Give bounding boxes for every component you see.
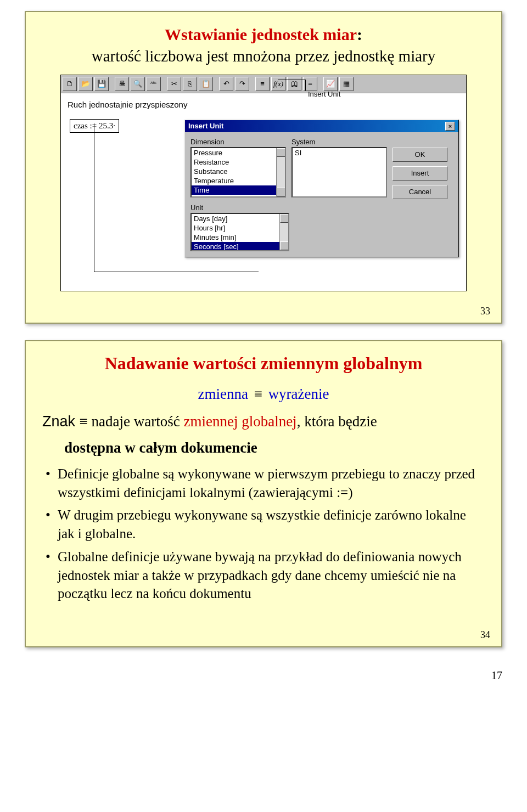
slide-number: 33 [480,306,490,317]
slide-number: 34 [480,629,490,641]
insert-unit-dialog: Insert Unit × Dimension Pressure Resista… [184,120,459,257]
slide2-line2: dostępna w całym dokumencie [42,438,485,458]
dialog-body: Dimension Pressure Resistance Substance … [185,132,458,257]
bullet-item: Globalne definicje używane bywają na prz… [58,548,485,603]
toolbar: 🗋 📂 💾 🖶 🔍 ᴬᴮᶜ ✂ ⎘ 📋 ↶ ↷ ≡ f(x) 🕮 = 📈 ▦ [61,75,466,93]
callout-line-2b [94,272,259,272]
unit-label: Unit [190,204,453,212]
chart-icon[interactable]: 📈 [323,77,338,91]
document-heading: Ruch jednostajnie przyspieszony [68,100,459,109]
preview-icon[interactable]: 🔍 [131,77,145,91]
cut-icon[interactable]: ✂ [167,77,181,91]
identity-symbol: ≡ [80,413,88,430]
cancel-button[interactable]: Cancel [393,185,447,199]
matrix-icon[interactable]: ▦ [339,77,354,91]
slide-1: Wstawianie jednostek miar: wartość liczb… [25,11,502,324]
dialog-titlebar[interactable]: Insert Unit × [185,120,458,132]
app-window: 🗋 📂 💾 🖶 🔍 ᴬᴮᶜ ✂ ⎘ 📋 ↶ ↷ ≡ f(x) 🕮 = 📈 ▦ R… [60,75,467,291]
slide1-subtitle: wartość liczbowa jest mnożona przez jedn… [42,46,485,66]
list-item[interactable]: Minutes [min] [192,233,288,242]
list-item[interactable]: Substance [192,167,285,176]
dialog-title-text: Insert Unit [188,122,223,130]
line-tail: , która będzie [297,413,377,430]
slide-2: Nadawanie wartości zmiennym globalnym zm… [25,340,502,647]
keyword-zmiennej: zmiennej globalnej [183,413,296,430]
redo-icon[interactable]: ↷ [235,77,249,91]
slide2-line1: Znak ≡ nadaje wartość zmiennej globalnej… [42,411,485,431]
scrollbar[interactable] [276,148,285,196]
insert-button[interactable]: Insert [393,166,447,181]
scrollbar[interactable] [279,214,288,250]
unit-listbox[interactable]: Days [day] Hours [hr] Minutes [min] Seco… [190,213,289,251]
dimension-column: Dimension Pressure Resistance Substance … [190,138,286,199]
ok-button[interactable]: OK [393,148,447,162]
list-item[interactable]: Temperature [192,176,285,185]
align-icon[interactable]: ≡ [255,77,270,91]
list-item[interactable]: Velocity [192,195,285,198]
fx-icon[interactable]: f(x) [271,77,285,91]
list-item-selected[interactable]: Seconds [sec] [192,242,288,251]
page-number: 17 [25,669,502,682]
new-icon[interactable]: 🗋 [63,77,77,91]
open-icon[interactable]: 📂 [79,77,93,91]
callout-line-1 [305,80,306,91]
dimension-label: Dimension [190,138,286,146]
list-item-selected[interactable]: Time [192,185,285,195]
close-icon[interactable]: × [445,122,455,131]
callout-line-1b [278,80,305,80]
bullet-item: Definicje globalne są wykonywane w pierw… [58,465,485,502]
slide2-formula: zmienna ≡ wyrażenie [42,386,485,403]
bullet-list: Definicje globalne są wykonywane w pierw… [42,465,485,603]
list-item[interactable]: Days [day] [192,214,288,223]
title-red-text: Wstawianie jednostek miar [165,25,357,43]
list-item[interactable]: SI [293,148,386,157]
unit-section: Unit Days [day] Hours [hr] Minutes [min]… [190,204,453,251]
paste-icon[interactable]: 📋 [199,77,213,91]
dimension-listbox[interactable]: Pressure Resistance Substance Temperatur… [190,147,286,198]
dialog-buttons: OK Insert Cancel [393,138,453,199]
system-label: System [291,138,387,146]
callout-line-2 [94,123,94,272]
formula-rhs: wyrażenie [268,386,329,402]
formula-lhs: zmienna [198,386,248,402]
system-column: System SI [291,138,387,199]
title-colon: : [357,25,362,43]
system-listbox[interactable]: SI [291,147,387,198]
list-item[interactable]: Resistance [192,157,285,167]
insert-unit-icon[interactable]: 🕮 [287,77,301,91]
spellcheck-icon[interactable]: ᴬᴮᶜ [147,77,161,91]
callout-insert-unit: Insert Unit [308,90,340,98]
print-icon[interactable]: 🖶 [115,77,129,91]
znak-label: Znak [42,413,80,430]
identity-symbol: ≡ [254,386,262,402]
slide2-title: Nadawanie wartości zmiennym globalnym [42,353,485,374]
bullet-item: W drugim przebiegu wykonywane są wszystk… [58,506,485,543]
line-rest: nadaje wartość [88,413,184,430]
copy-icon[interactable]: ⎘ [183,77,197,91]
list-item[interactable]: Pressure [192,148,285,157]
list-item[interactable]: Hours [hr] [192,223,288,233]
save-icon[interactable]: 💾 [94,77,109,91]
undo-icon[interactable]: ↶ [219,77,233,91]
document-surface[interactable]: Ruch jednostajnie przyspieszony czas := … [61,93,466,291]
slide1-title: Wstawianie jednostek miar: [42,24,485,45]
